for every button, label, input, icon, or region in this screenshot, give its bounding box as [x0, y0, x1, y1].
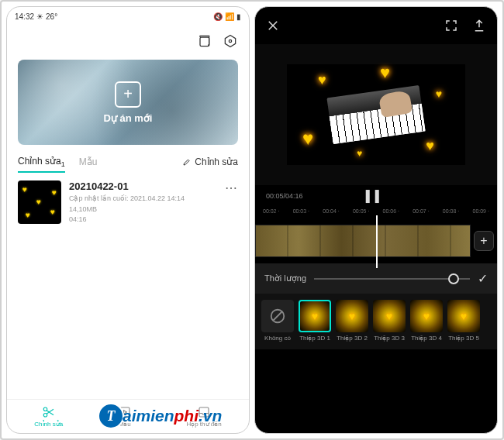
editor-phone: ♥ ♥ ♥ ♥ ♥ ♥ 00:05/04:16 ▌▌ 00:0200:0300:…: [254, 6, 498, 434]
nav-cut[interactable]: Chỉnh sửa: [34, 405, 63, 428]
project-thumbnail: ♥ ♥ ♥ ♥ ♥: [18, 180, 61, 224]
project-size: 14,10MB: [69, 205, 217, 215]
project-title: 20210422-01: [69, 180, 217, 192]
svg-marker-1: [225, 36, 235, 47]
project-updated: Cập nhật lần cuối: 2021.04.22 14:14: [69, 194, 217, 205]
clock: 14:32: [15, 12, 34, 21]
new-project-label: Dự án mới: [104, 112, 153, 124]
scissors-icon: [42, 405, 56, 419]
home-toolbar: [7, 26, 249, 57]
heart-icon: ♥: [302, 128, 313, 150]
heart-icon: ♥: [426, 138, 434, 154]
time-bar: 00:05/04:16 ▌▌: [255, 185, 497, 207]
tab-edit[interactable]: Chỉnh sửa1: [18, 156, 65, 168]
timeline-ruler: 00:0200:0300:0400:0500:0600:0700:0800:09: [255, 207, 497, 215]
signal-icon: ▮: [236, 12, 241, 21]
more-icon[interactable]: ⋯: [225, 180, 238, 195]
video-track[interactable]: [255, 225, 471, 257]
effects-row[interactable]: Không có Thiệp 3D 1 Thiệp 3D 2 Thiệp 3D …: [255, 294, 497, 349]
effect-3d-5[interactable]: Thiệp 3D 5: [447, 300, 480, 342]
pause-button[interactable]: ▌▌: [366, 190, 385, 202]
mute-icon: 🔇: [213, 12, 223, 21]
effect-3d-3[interactable]: Thiệp 3D 3: [373, 300, 406, 342]
home-tabs: Chỉnh sửa1 Mẫu Chỉnh sửa: [7, 148, 249, 173]
editor-toolbar: [255, 7, 497, 44]
wifi-icon: 📶: [225, 12, 234, 21]
piano-graphic: [326, 85, 425, 144]
heart-icon: ♥: [380, 63, 390, 83]
tab-template[interactable]: Mẫu: [79, 156, 98, 167]
home-phone: 14:32 ☀ 26° 🔇 📶 ▮ + Dự án mới Chỉnh sửa1…: [6, 6, 250, 434]
export-icon[interactable]: [472, 19, 486, 33]
settings-icon[interactable]: [223, 33, 238, 49]
plus-icon: +: [115, 81, 141, 108]
time-position: 00:05/04:16: [266, 192, 303, 200]
timeline[interactable]: +: [255, 220, 497, 263]
watermark-logo: T: [98, 403, 124, 429]
project-duration: 04:16: [69, 215, 217, 225]
watermark: T aimienphi.vn: [98, 403, 222, 429]
playhead[interactable]: [376, 215, 378, 268]
confirm-button[interactable]: ✓: [478, 271, 488, 286]
temp: 26°: [46, 12, 57, 21]
status-bar: 14:32 ☀ 26° 🔇 📶 ▮: [7, 7, 249, 26]
svg-point-2: [229, 40, 231, 42]
pencil-icon: [182, 157, 192, 167]
duration-label: Thời lượng: [264, 273, 306, 284]
projects-icon[interactable]: [196, 33, 212, 49]
fullscreen-icon[interactable]: [444, 19, 458, 33]
effect-3d-2[interactable]: Thiệp 3D 2: [336, 300, 368, 342]
project-info: 20210422-01 Cập nhật lần cuối: 2021.04.2…: [69, 180, 217, 225]
slider-knob[interactable]: [448, 273, 459, 284]
edit-button[interactable]: Chỉnh sửa: [182, 156, 238, 167]
new-project-banner[interactable]: + Dự án mới: [18, 60, 238, 145]
weather-icon: ☀: [36, 12, 43, 21]
video-preview[interactable]: ♥ ♥ ♥ ♥ ♥ ♥: [255, 44, 497, 185]
add-clip-button[interactable]: +: [474, 231, 494, 251]
svg-rect-0: [200, 37, 209, 46]
effect-none[interactable]: Không có: [261, 300, 294, 342]
close-icon[interactable]: [266, 19, 280, 33]
none-icon: [269, 308, 286, 325]
effect-3d-1[interactable]: Thiệp 3D 1: [299, 300, 331, 342]
heart-icon: ♥: [357, 148, 362, 159]
effect-3d-4[interactable]: Thiệp 3D 4: [410, 300, 443, 342]
heart-icon: ♥: [436, 88, 442, 100]
heart-icon: ♥: [318, 72, 326, 88]
duration-slider[interactable]: [314, 278, 470, 280]
project-item[interactable]: ♥ ♥ ♥ ♥ ♥ 20210422-01 Cập nhật lần cuối:…: [7, 173, 249, 233]
